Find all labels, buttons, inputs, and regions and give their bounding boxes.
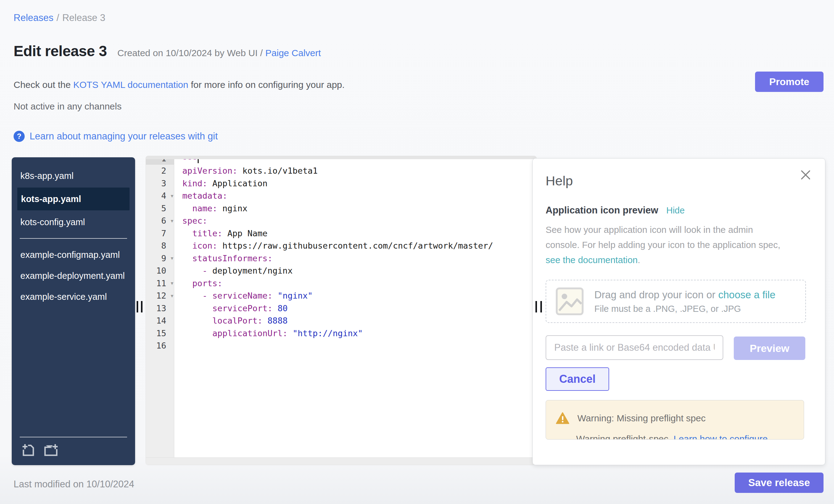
image-placeholder-icon [555,287,584,315]
sidebar-bottom-divider [20,437,127,437]
line-number: 11▾ [146,277,174,290]
code-line: 8 icon: https://raw.githubusercontent.co… [146,240,536,252]
breadcrumb: Releases/Release 3 [14,12,105,23]
file-item[interactable]: example-service.yaml [12,286,135,307]
file-item[interactable]: example-deployment.yaml [12,265,135,286]
code-line: 2apiVersion: kots.io/v1beta1 [146,165,536,177]
code-line-text: applicationUrl: "http://nginx" [174,328,363,338]
left-pane-resize-handle[interactable] [137,301,138,312]
code-line: 11▾ ports: [146,277,536,290]
git-releases-link[interactable]: Learn about managing your releases with … [29,131,218,142]
code-line: 6▾spec: [146,215,536,227]
code-line: 14 localPort: 8888 [146,314,536,327]
created-meta: Created on 10/10/2024 by Web UI / Paige … [117,48,321,58]
line-number: 8 [146,240,174,252]
code-line: 3kind: Application [146,177,536,190]
new-folder-icon[interactable] [43,443,59,457]
git-help-row: ? Learn about managing your releases wit… [14,131,218,142]
code-line-text: title: App Name [174,228,267,238]
code-line-text: name: nginx [174,203,247,213]
line-number: 3 [146,177,174,190]
dropzone-hint: File must be a .PNG, .JPEG, or .JPG [594,304,775,314]
kots-yaml-doc-link[interactable]: KOTS YAML documentation [73,80,188,90]
sidebar-bottom [20,437,127,460]
code-area[interactable]: 1---2apiVersion: kots.io/v1beta13kind: A… [146,156,536,352]
preflight-warning-box: Warning: Missing preflight spec Warning … [546,400,804,440]
code-line-text: servicePort: 80 [174,304,287,313]
cancel-button[interactable]: Cancel [546,367,609,391]
code-line-text: - serviceName: "nginx" [174,291,313,301]
code-line: 13 servicePort: 80 [146,302,536,314]
code-line-text: metadata: [174,191,227,200]
help-panel-title: Help [546,173,573,189]
line-number: 10 [146,265,174,277]
see-documentation-link[interactable]: see the documentation [546,255,638,265]
breadcrumb-current: Release 3 [62,12,106,23]
hide-link[interactable]: Hide [666,205,685,216]
editor-top-scroll-strip [146,156,536,159]
breadcrumb-separator: / [57,12,59,23]
fold-arrow-icon[interactable]: ▾ [171,293,173,299]
code-line: 5 name: nginx [146,202,536,215]
main-file-list: k8s-app.yamlkots-app.yamlkots-config.yam… [12,165,135,233]
promote-button[interactable]: Promote [755,71,824,92]
line-number: 12▾ [146,290,174,302]
warning-triangle-icon [556,412,569,424]
new-file-icon[interactable] [21,443,35,457]
icon-url-input[interactable] [546,335,723,360]
code-line-text: statusInformers: [174,254,273,263]
dropzone-text: Drag and drop your icon or choose a file [594,289,775,301]
created-by-link[interactable]: Paige Calvert [265,48,321,58]
code-line: 7 title: App Name [146,227,536,240]
line-number: 15 [146,327,174,339]
line-number: 9▾ [146,252,174,265]
file-item[interactable]: k8s-app.yaml [12,165,135,186]
line-number: 16 [146,339,174,352]
warning-detail: Warning preflight-spec. Learn how to con… [576,434,768,440]
line-number: 5 [146,202,174,215]
code-line-text: - deployment/nginx [174,266,293,276]
code-line: 10 - deployment/nginx [146,265,536,277]
code-line: 16 [146,339,536,352]
preview-button[interactable]: Preview [734,336,805,360]
close-icon[interactable] [800,169,811,181]
fold-arrow-icon[interactable]: ▾ [171,280,173,286]
save-release-button[interactable]: Save release [735,473,824,493]
last-modified-text: Last modified on 10/10/2024 [14,479,134,490]
icon-dropzone[interactable]: Drag and drop your icon or choose a file… [546,280,806,323]
breadcrumb-releases-link[interactable]: Releases [14,12,53,23]
warning-title: Warning: Missing preflight spec [577,413,706,423]
line-number: 4▾ [146,190,174,202]
code-line-text: icon: https://raw.githubusercontent.com/… [174,241,493,250]
yaml-code-editor[interactable]: 1---2apiVersion: kots.io/v1beta13kind: A… [146,156,537,465]
example-file-list: example-configmap.yamlexample-deployment… [12,244,135,307]
file-sidebar: k8s-app.yamlkots-app.yamlkots-config.yam… [12,157,135,465]
editor-horizontal-scrollbar[interactable] [146,457,536,465]
fold-arrow-icon[interactable]: ▾ [171,193,173,199]
learn-configure-link[interactable]: Learn how to configure [674,434,768,440]
code-line: 12▾ - serviceName: "nginx" [146,290,536,302]
code-line-text: localPort: 8888 [174,316,287,325]
file-item[interactable]: kots-config.yaml [12,212,135,233]
help-panel: Help Application icon preview Hide See h… [532,158,825,465]
right-pane-resize-handle[interactable] [540,301,542,312]
code-line: 15 applicationUrl: "http://nginx" [146,327,536,339]
fold-arrow-icon[interactable]: ▾ [171,218,173,224]
fold-arrow-icon[interactable]: ▾ [171,255,173,261]
question-circle-icon: ? [14,131,25,142]
file-item[interactable]: example-configmap.yaml [12,244,135,265]
line-number: 7 [146,227,174,240]
left-pane-resize-handle[interactable] [141,301,142,312]
line-number: 6▾ [146,215,174,227]
file-item[interactable]: kots-app.yaml [17,188,130,210]
code-line-text: apiVersion: kots.io/v1beta1 [174,166,318,176]
line-number: 14 [146,314,174,327]
subtitle: Check out the KOTS YAML documentation fo… [14,80,345,90]
code-line-text: ports: [174,279,222,288]
line-number: 2 [146,165,174,177]
page-title: Edit release 3 [14,43,107,60]
icon-preview-heading: Application icon preview [546,205,658,216]
icon-preview-description: See how your application icon will look … [546,222,789,267]
right-pane-resize-handle[interactable] [535,301,537,312]
choose-file-link[interactable]: choose a file [718,289,775,301]
